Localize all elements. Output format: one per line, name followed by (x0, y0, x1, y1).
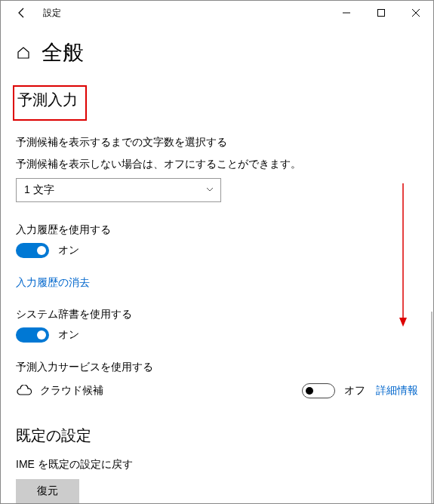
page-title: 全般 (42, 38, 84, 67)
scrollbar[interactable] (431, 312, 432, 503)
back-button[interactable] (13, 4, 31, 22)
close-button[interactable] (399, 1, 433, 25)
chevron-down-icon (205, 184, 214, 196)
input-history-setting: 入力履歴を使用する オン (16, 223, 418, 258)
defaults-heading: 既定の設定 (16, 426, 418, 446)
cloud-candidates-row: クラウド候補 オフ 詳細情報 (16, 383, 418, 398)
cloud-label: クラウド候補 (40, 384, 103, 398)
input-history-label: 入力履歴を使用する (16, 223, 418, 237)
cloud-icon (16, 385, 32, 397)
svg-rect-1 (378, 10, 385, 17)
content-area: 全般 予測入力 予測候補を表示するまでの文字数を選択する 予測候補を表示しない場… (1, 25, 433, 503)
restore-button-label: 復元 (37, 484, 58, 498)
defaults-desc: IME を既定の設定に戻す (16, 458, 418, 472)
window-controls (329, 1, 433, 25)
home-icon (16, 45, 31, 60)
cloud-state: オフ (344, 384, 365, 398)
maximize-button[interactable] (364, 1, 399, 25)
char-count-select[interactable]: 1 文字 (16, 178, 221, 202)
system-dict-state: オン (58, 328, 79, 342)
system-dict-toggle[interactable] (16, 327, 49, 343)
input-history-toggle[interactable] (16, 243, 49, 258)
select-value: 1 文字 (24, 183, 54, 197)
window-title: 設定 (43, 7, 61, 20)
svg-marker-5 (399, 318, 407, 327)
system-dict-label: システム辞書を使用する (16, 308, 418, 321)
titlebar: 設定 (1, 1, 433, 25)
highlight-box: 予測入力 (13, 85, 87, 121)
prediction-heading: 予測入力 (17, 90, 78, 110)
details-link[interactable]: 詳細情報 (376, 384, 418, 398)
page-header: 全般 (16, 38, 418, 67)
prediction-service-label: 予測入力サービスを使用する (16, 361, 418, 374)
system-dict-setting: システム辞書を使用する オン (16, 308, 418, 343)
restore-button[interactable]: 復元 (16, 479, 79, 503)
clear-history-link[interactable]: 入力履歴の消去 (16, 276, 90, 290)
minimize-button[interactable] (329, 1, 364, 25)
arrow-annotation-icon (399, 183, 408, 329)
cloud-toggle[interactable] (302, 383, 335, 398)
prediction-desc2: 予測候補を表示しない場合は、オフにすることができます。 (16, 156, 418, 172)
prediction-desc1: 予測候補を表示するまでの文字数を選択する (16, 134, 418, 150)
input-history-state: オン (58, 244, 79, 257)
